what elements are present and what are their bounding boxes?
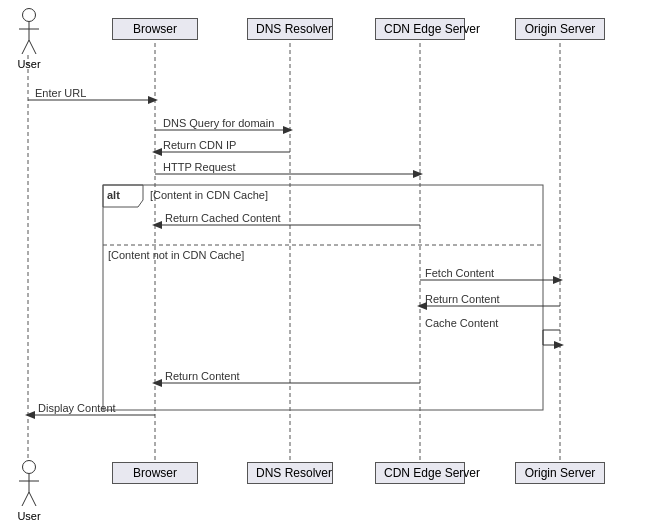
svg-marker-9 (283, 126, 293, 134)
svg-text:[Content in CDN Cache]: [Content in CDN Cache] (150, 189, 268, 201)
origin-box-top: Origin Server (515, 18, 605, 40)
actor-head-top (22, 8, 36, 22)
dns-box-top: DNS Resolver (247, 18, 333, 40)
sequence-diagram: Enter URL DNS Query for domain Return CD… (0, 0, 654, 531)
svg-marker-18 (103, 185, 143, 207)
actor-user-bottom: User (14, 460, 44, 522)
svg-marker-12 (152, 148, 162, 156)
actor-user-top: User (14, 8, 44, 70)
svg-line-50 (29, 492, 36, 506)
svg-text:Enter URL: Enter URL (35, 87, 86, 99)
svg-marker-35 (554, 341, 564, 349)
svg-text:Cache Content: Cache Content (425, 317, 498, 329)
svg-text:Display Content: Display Content (38, 402, 116, 414)
svg-text:DNS Query for domain: DNS Query for domain (163, 117, 274, 129)
browser-box-top: Browser (112, 18, 198, 40)
svg-line-46 (29, 40, 36, 54)
arrows-svg: Enter URL DNS Query for domain Return CD… (0, 0, 654, 531)
svg-text:Return CDN IP: Return CDN IP (163, 139, 236, 151)
svg-text:alt: alt (107, 189, 120, 201)
browser-box-bottom: Browser (112, 462, 198, 484)
cdn-box-bottom: CDN Edge Server (375, 462, 465, 484)
svg-marker-30 (417, 302, 427, 310)
svg-marker-6 (148, 96, 158, 104)
svg-marker-15 (413, 170, 423, 178)
svg-marker-38 (152, 379, 162, 387)
svg-text:HTTP Request: HTTP Request (163, 161, 236, 173)
svg-text:Return Content: Return Content (165, 370, 240, 382)
actor-label-user-top: User (17, 58, 40, 70)
svg-text:Return Content: Return Content (425, 293, 500, 305)
svg-text:[Content not in CDN Cache]: [Content not in CDN Cache] (108, 249, 244, 261)
cdn-box-top: CDN Edge Server (375, 18, 465, 40)
svg-text:Fetch Content: Fetch Content (425, 267, 494, 279)
svg-marker-27 (553, 276, 563, 284)
dns-box-bottom: DNS Resolver (247, 462, 333, 484)
svg-marker-41 (25, 411, 35, 419)
actor-body-bottom (14, 474, 44, 510)
svg-marker-22 (152, 221, 162, 229)
actor-head-bottom (22, 460, 36, 474)
actor-label-user-bottom: User (17, 510, 40, 522)
origin-box-bottom: Origin Server (515, 462, 605, 484)
svg-line-45 (22, 40, 29, 54)
svg-rect-17 (103, 185, 543, 410)
actor-body-top (14, 22, 44, 58)
svg-line-49 (22, 492, 29, 506)
svg-text:Return Cached Content: Return Cached Content (165, 212, 281, 224)
